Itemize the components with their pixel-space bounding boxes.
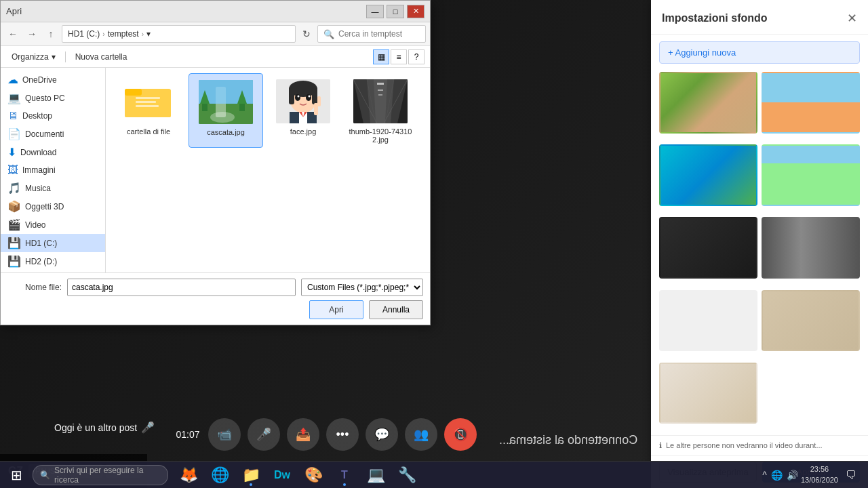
taskbar-chrome[interactable]: 🌐 — [205, 462, 235, 489]
taskbar-explorer[interactable]: 📁 — [236, 462, 266, 489]
dialog-footer: Nome file: Custom Files (*.jpg;*.pjpeg;*… — [1, 272, 430, 325]
taskbar-app7[interactable]: 💻 — [361, 462, 391, 489]
svg-rect-41 — [378, 94, 382, 96]
people-button[interactable]: 👥 — [405, 418, 437, 451]
info-icon: ℹ — [659, 441, 662, 450]
more-options-button[interactable]: ••• — [326, 418, 359, 451]
svg-rect-18 — [289, 87, 294, 104]
dialog-toolbar: Organizza ▾ Nuova cartella ▦ ≡ ? — [1, 46, 430, 68]
tray-icons: ^ 🌐 🔊 — [762, 470, 798, 481]
clock-time: 23:56 — [801, 464, 838, 474]
view-details-button[interactable]: ≡ — [391, 49, 407, 64]
address-path[interactable]: HD1 (C:) › temptest › ▾ — [62, 25, 296, 43]
taskbar-clock[interactable]: 23:56 13/06/2020 — [801, 464, 838, 485]
bg-thumbnail-3[interactable] — [659, 144, 757, 206]
path-root: HD1 (C:) — [68, 29, 100, 39]
hd2-icon: 💾 — [7, 255, 21, 268]
filetype-select[interactable]: Custom Files (*.jpg;*.pjpeg;*.jpe — [301, 279, 423, 296]
bg-thumbnail-4[interactable] — [762, 144, 860, 206]
nav-oggetti3d[interactable]: 📦 Oggetti 3D — [1, 197, 105, 216]
search-box[interactable]: 🔍 — [317, 25, 426, 43]
hangup-button[interactable]: 📵 — [444, 418, 477, 451]
video-icon: 🎬 — [7, 218, 21, 231]
taskbar-search-text: Scrivi qui per eseguire la ricerca — [54, 466, 161, 485]
file-item-thumb[interactable]: thumb-1920-743102.jpg — [343, 73, 418, 148]
view-buttons: ▦ ≡ ? — [373, 49, 425, 64]
bg-thumbnail-5[interactable] — [659, 217, 757, 279]
nav-onedrive[interactable]: ☁ OneDrive — [1, 70, 105, 89]
taskbar-app8[interactable]: 🔧 — [392, 462, 422, 489]
notification-button[interactable]: 🗨 — [841, 462, 861, 489]
up-button[interactable]: ↑ — [43, 26, 59, 41]
taskbar-dreamweaver[interactable]: Dw — [267, 462, 297, 489]
dialog-title: Apri — [6, 6, 22, 16]
share-screen-button[interactable]: 📤 — [287, 418, 319, 451]
bg-thumbnail-2[interactable] — [762, 72, 860, 134]
call-timer: 01:07 — [174, 429, 201, 440]
video-toggle-button[interactable]: 📹 — [208, 418, 241, 451]
dialog-minimize-button[interactable]: — — [366, 5, 384, 18]
view-icons-button[interactable]: ▦ — [373, 49, 389, 64]
oggetti3d-icon: 📦 — [7, 200, 21, 213]
svg-rect-3 — [136, 97, 160, 99]
hd1-icon: 💾 — [7, 237, 21, 249]
start-button[interactable]: ⊞ — [0, 462, 33, 489]
tray-network[interactable]: 🌐 — [771, 470, 783, 481]
open-button[interactable]: Apri — [309, 300, 363, 319]
bg-thumbnail-6[interactable] — [762, 217, 860, 279]
help-button[interactable]: ? — [408, 49, 425, 64]
nav-musica[interactable]: 🎵 Musica — [1, 179, 105, 197]
bg-thumbnail-8[interactable] — [762, 290, 860, 352]
tray-volume[interactable]: 🔊 — [787, 470, 798, 481]
background-settings-panel: Impostazioni sfondo ✕ + Aggiungi nuova ℹ… — [651, 0, 868, 488]
file-item-cartella[interactable]: cartella di file — [111, 73, 186, 148]
bg-thumbnail-9[interactable] — [659, 363, 757, 424]
toolbar-separator — [65, 52, 66, 62]
taskbar-firefox[interactable]: 🦊 — [174, 462, 203, 489]
explorer-active-dot — [250, 483, 252, 486]
nav-questo-pc-label: Questo PC — [25, 94, 65, 103]
nav-hd1[interactable]: 💾 HD1 (C:) — [1, 234, 105, 252]
bg-thumbnail-7[interactable] — [659, 290, 757, 352]
add-new-background-button[interactable]: + Aggiungi nuova — [659, 41, 860, 64]
taskbar-apps: 🦊 🌐 📁 Dw 🎨 T 💻 🔧 — [174, 462, 422, 489]
teams-icon: T — [341, 469, 348, 481]
nav-immagini[interactable]: 🖼 Immagini — [1, 161, 105, 179]
nav-hd2[interactable]: 💾 HD2 (D:) — [1, 252, 105, 270]
path-child: temptest — [108, 29, 139, 39]
nav-download[interactable]: ⬇ Download — [1, 143, 105, 161]
mic-toggle-button[interactable]: 🎤 — [248, 418, 280, 451]
organize-button[interactable]: Organizza ▾ — [6, 51, 61, 63]
file-item-cascata[interactable]: cascata.jpg — [189, 73, 263, 148]
search-input[interactable] — [338, 29, 420, 39]
nav-video[interactable]: 🎬 Video — [1, 216, 105, 234]
tray-chevron[interactable]: ^ — [762, 470, 767, 481]
pc-icon: 💻 — [7, 92, 21, 104]
nav-oggetti3d-label: Oggetti 3D — [25, 202, 64, 211]
back-button[interactable]: ← — [5, 26, 21, 41]
file-item-face[interactable]: face.jpg — [266, 73, 340, 148]
bg-thumbnail-1[interactable] — [659, 72, 757, 134]
taskbar-teams[interactable]: T — [330, 462, 359, 489]
forward-button[interactable]: → — [24, 26, 40, 41]
nav-documenti[interactable]: 📄 Documenti — [1, 125, 105, 143]
dialog-close-button[interactable]: ✕ — [407, 5, 425, 18]
taskbar-app5[interactable]: 🎨 — [298, 462, 328, 489]
dialog-titlebar: Apri — □ ✕ — [1, 1, 430, 22]
musica-icon: 🎵 — [7, 182, 21, 195]
refresh-button[interactable]: ↻ — [298, 26, 315, 41]
chat-button[interactable]: 💬 — [366, 418, 398, 451]
cancel-button[interactable]: Annulla — [369, 300, 423, 319]
nav-desktop[interactable]: 🖥 Desktop — [1, 107, 105, 125]
panel-close-button[interactable]: ✕ — [847, 11, 857, 26]
taskbar-search[interactable]: 🔍 Scrivi qui per eseguire la ricerca — [33, 465, 168, 485]
dialog-maximize-button[interactable]: □ — [387, 5, 404, 18]
taskbar-search-icon: 🔍 — [40, 470, 50, 480]
background-thumbnails-grid — [651, 68, 868, 435]
filename-input[interactable] — [67, 279, 296, 296]
svg-point-21 — [306, 94, 311, 101]
new-folder-button[interactable]: Nuova cartella — [70, 51, 133, 63]
firefox-icon: 🦊 — [180, 466, 198, 484]
nav-questo-pc[interactable]: 💻 Questo PC — [1, 89, 105, 107]
call-controls-bar: 01:07 📹 🎤 📤 ••• 💬 👥 📵 — [0, 418, 651, 451]
